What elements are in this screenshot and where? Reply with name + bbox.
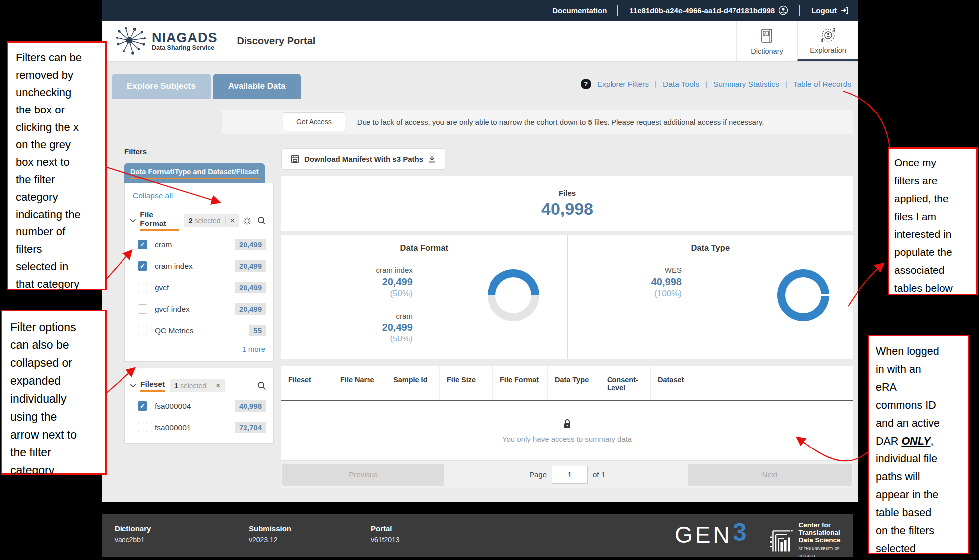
filter-category-tab[interactable]: Data Format/Type and Dataset/Fileset <box>124 163 265 183</box>
page-number-input[interactable] <box>552 466 588 484</box>
gen3-logo: GEN3 <box>675 521 749 548</box>
col-dataset[interactable]: Dataset <box>650 366 853 400</box>
data-format-labels: cram index 20,499 (50%) cram 20,499 (50%… <box>281 265 413 356</box>
option-label: gvcf index <box>155 305 190 314</box>
page-of-label: of 1 <box>593 470 605 479</box>
tab-explore-subjects[interactable]: Explore Subjects <box>112 74 211 99</box>
col-file-format[interactable]: File Format <box>492 366 547 400</box>
next-page-button[interactable]: Next <box>688 464 852 486</box>
checkbox-cram[interactable] <box>138 240 147 249</box>
brand-subtitle: Data Sharing Service <box>152 44 218 51</box>
pagination-row: Previous Page of 1 Next <box>281 460 853 488</box>
filter-option-gvcf-index: gvcf index 20,499 <box>125 298 273 320</box>
checkbox-qc-metrics[interactable] <box>138 326 147 335</box>
footer-submission-version: Submission v2023.12 <box>249 524 291 544</box>
option-label: QC Metrics <box>155 326 194 335</box>
filter-option-cram-index: cram index 20,499 <box>125 255 273 277</box>
search-icon[interactable] <box>257 381 266 390</box>
logout-label: Logout <box>811 6 837 15</box>
user-id-menu[interactable]: 11e81d0b-a24e-4966-aa1d-d47d181bd998 <box>629 5 788 15</box>
view-tabs: Explore Subjects Available Data <box>112 74 301 99</box>
logout-button[interactable]: Logout <box>811 6 849 15</box>
access-banner: Get Access Due to lack of access, you ar… <box>222 110 853 134</box>
footer-label: Dictionary <box>115 524 151 533</box>
col-consent-level[interactable]: Consent-Level <box>600 366 650 400</box>
empty-message: You only have access to summary data <box>502 435 632 443</box>
checkbox-fsa000001[interactable] <box>138 423 147 432</box>
get-access-button[interactable]: Get Access <box>283 112 345 131</box>
search-icon[interactable] <box>257 216 266 225</box>
footer-portal-version: Portal v61f2013 <box>371 524 400 544</box>
filter-option-cram: cram 20,499 <box>125 234 273 255</box>
previous-page-button[interactable]: Previous <box>282 464 444 486</box>
download-manifest-label: Download Manifest With s3 Paths <box>304 155 423 163</box>
documentation-link[interactable]: Documentation <box>552 6 607 15</box>
selected-count: 2 <box>189 217 193 224</box>
chevron-down-icon[interactable] <box>130 219 136 223</box>
checkbox-gvcf[interactable] <box>138 283 147 292</box>
gear-icon[interactable] <box>243 217 251 225</box>
charts-card: Data Format cram index 20,499 (50%) cram <box>281 235 853 359</box>
annotation-era-commons: When logged in with an eRA commons ID an… <box>868 335 969 554</box>
help-icon[interactable]: ? <box>581 79 591 89</box>
group-icons <box>257 381 266 390</box>
nav-exploration[interactable]: Exploration <box>797 21 858 61</box>
link-explorer-filters[interactable]: Explorer Filters <box>597 80 649 89</box>
data-type-chart: Data Type WES 40,998 (100%) <box>567 235 854 359</box>
col-file-name[interactable]: File Name <box>333 366 386 400</box>
segment-name: WES <box>568 265 682 275</box>
selected-word: selected <box>180 382 206 390</box>
option-label: fsa000004 <box>155 402 191 411</box>
tab-available-data[interactable]: Available Data <box>213 74 301 99</box>
collapse-all-link[interactable]: Collapse all <box>133 191 173 200</box>
access-message: Due to lack of access, you are only able… <box>357 118 764 126</box>
access-message-suffix: files. Please request additional access … <box>592 118 764 126</box>
link-separator: | <box>785 80 787 89</box>
clear-filter-x-icon[interactable] <box>211 381 225 390</box>
segment-value: 40,998 <box>568 275 682 288</box>
col-sample-id[interactable]: Sample Id <box>386 366 439 400</box>
fileset-group-name: Fileset <box>140 380 165 392</box>
download-manifest-button[interactable]: Download Manifest With s3 Paths <box>281 148 445 170</box>
col-fileset[interactable]: Fileset <box>281 366 333 400</box>
data-format-chart: Data Format cram index 20,499 (50%) cram <box>281 235 567 359</box>
niagads-logo[interactable]: NIAGADS Data Sharing Service <box>102 21 218 61</box>
logout-icon <box>840 6 849 15</box>
checkbox-gvcf-index[interactable] <box>138 304 147 314</box>
donut-gap <box>821 294 830 296</box>
segment-name: cram <box>281 311 413 321</box>
nav-dictionary[interactable]: A-Z Dictionary <box>736 21 797 61</box>
option-count: 40,998 <box>235 400 266 412</box>
annotation-text: , individual file paths will appear in t… <box>876 435 939 555</box>
lock-icon <box>563 419 572 430</box>
link-data-tools[interactable]: Data Tools <box>663 80 699 89</box>
segment-value: 20,499 <box>281 275 413 288</box>
app-header: NIAGADS Data Sharing Service Discovery P… <box>102 21 858 62</box>
filter-option-fsa000004: fsa000004 40,998 <box>125 395 273 417</box>
file-format-selected-chip: 2selected <box>184 214 239 227</box>
clear-filter-x-icon[interactable] <box>225 216 239 225</box>
col-data-type[interactable]: Data Type <box>547 366 600 400</box>
segment-label-cram: cram 20,499 (50%) <box>281 311 413 345</box>
chevron-down-icon[interactable] <box>130 384 136 388</box>
chart-rule <box>296 258 552 258</box>
link-table-of-records[interactable]: Table of Records <box>793 80 851 89</box>
filter-option-fsa000001: fsa000001 72,704 <box>125 417 273 438</box>
file-format-group-name: File Format <box>140 210 179 231</box>
filter-panel-file-format: Collapse all File Format 2selected cram … <box>124 183 274 362</box>
topbar-divider <box>617 5 618 16</box>
link-separator: | <box>705 80 707 89</box>
data-type-donut <box>777 269 829 321</box>
col-file-size[interactable]: File Size <box>439 366 492 400</box>
segment-percent: (50%) <box>281 334 413 344</box>
checkbox-fsa000004[interactable] <box>138 401 147 411</box>
footer-label: Submission <box>249 524 291 533</box>
show-more-link[interactable]: 1 more <box>125 341 273 356</box>
checkbox-cram-index[interactable] <box>138 261 147 271</box>
donut-hole <box>785 277 821 313</box>
header-divider <box>228 28 228 54</box>
annotation-filters-collapse: Filter options can also be collapsed or … <box>1 310 107 475</box>
data-format-body: cram index 20,499 (50%) cram 20,499 (50%… <box>281 265 567 356</box>
exploration-icon <box>819 26 837 43</box>
link-summary-statistics[interactable]: Summary Statistics <box>713 80 779 89</box>
